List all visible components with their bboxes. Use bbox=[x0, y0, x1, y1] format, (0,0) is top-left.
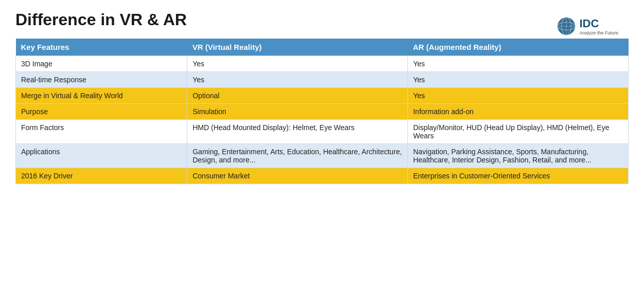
page-title: Difference in VR & AR bbox=[15, 10, 629, 29]
table-row: PurposeSimulationInformation add-on bbox=[16, 104, 629, 120]
cell-r2-c1: Optional bbox=[187, 88, 408, 104]
table-row: Form FactorsHMD (Head Mounted Display): … bbox=[16, 120, 629, 144]
cell-r5-c1: Gaming, Entertainment, Arts, Education, … bbox=[187, 144, 408, 168]
idc-globe-icon bbox=[557, 16, 576, 36]
table-row: Merge in Virtual & Reality WorldOptional… bbox=[16, 88, 629, 104]
cell-r2-c0: Merge in Virtual & Reality World bbox=[16, 88, 187, 104]
cell-r6-c2: Enterprises in Customer-Oriented Service… bbox=[408, 168, 629, 184]
col-header-ar: AR (Augmented Reality) bbox=[408, 39, 629, 56]
cell-r1-c2: Yes bbox=[408, 72, 629, 88]
idc-name: IDC bbox=[579, 17, 618, 30]
col-header-features: Key Features bbox=[16, 39, 187, 56]
col-header-vr: VR (Virtual Reality) bbox=[187, 39, 408, 56]
cell-r4-c2: Display/Monitor, HUD (Head Up Display), … bbox=[408, 120, 629, 144]
cell-r5-c2: Navigation, Parking Assistance, Sports, … bbox=[408, 144, 629, 168]
cell-r3-c1: Simulation bbox=[187, 104, 408, 120]
cell-r4-c1: HMD (Head Mounted Display): Helmet, Eye … bbox=[187, 120, 408, 144]
idc-logo: IDC Analyze the Future bbox=[557, 16, 618, 36]
cell-r3-c2: Information add-on bbox=[408, 104, 629, 120]
cell-r6-c0: 2016 Key Driver bbox=[16, 168, 187, 184]
cell-r4-c0: Form Factors bbox=[16, 120, 187, 144]
table-row: Real-time ResponseYesYes bbox=[16, 72, 629, 88]
cell-r1-c0: Real-time Response bbox=[16, 72, 187, 88]
table-row: 2016 Key DriverConsumer MarketEnterprise… bbox=[16, 168, 629, 184]
cell-r5-c0: Applications bbox=[16, 144, 187, 168]
cell-r1-c1: Yes bbox=[187, 72, 408, 88]
cell-r2-c2: Yes bbox=[408, 88, 629, 104]
idc-tagline: Analyze the Future bbox=[579, 30, 618, 35]
cell-r6-c1: Consumer Market bbox=[187, 168, 408, 184]
cell-r0-c1: Yes bbox=[187, 56, 408, 72]
cell-r3-c0: Purpose bbox=[16, 104, 187, 120]
cell-r0-c2: Yes bbox=[408, 56, 629, 72]
comparison-table: Key Features VR (Virtual Reality) AR (Au… bbox=[15, 39, 629, 184]
table-header-row: Key Features VR (Virtual Reality) AR (Au… bbox=[16, 39, 629, 56]
cell-r0-c0: 3D Image bbox=[16, 56, 187, 72]
table-row: 3D ImageYesYes bbox=[16, 56, 629, 72]
table-row: ApplicationsGaming, Entertainment, Arts,… bbox=[16, 144, 629, 168]
